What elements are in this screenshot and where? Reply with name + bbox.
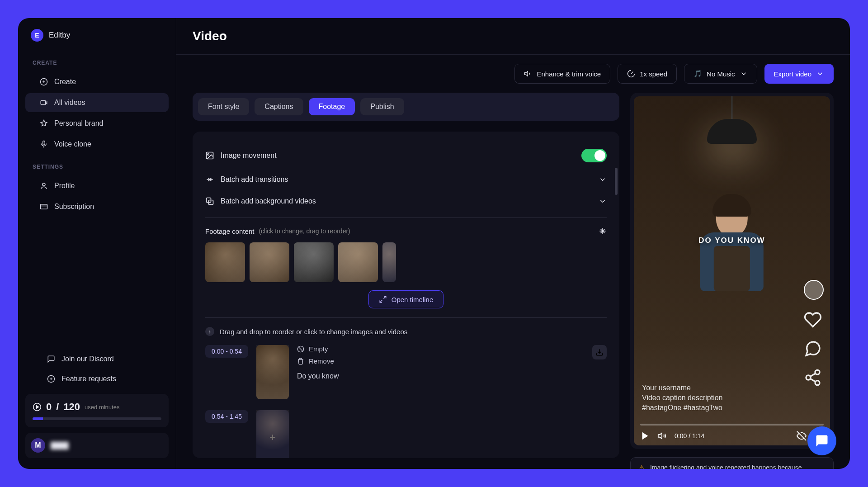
clip-add-button[interactable]: + (256, 410, 289, 458)
download-icon (595, 348, 604, 356)
social-overlay-icons (804, 280, 824, 387)
nav-subscription[interactable]: Subscription (25, 197, 169, 216)
title-hint: (click to change, drag to reorder) (259, 227, 350, 235)
volume-icon[interactable] (657, 431, 667, 441)
svg-point-23 (815, 380, 820, 385)
video-time: 0:00 / 1:14 (675, 432, 704, 440)
clip-row: 0.54 - 1.45 + (205, 410, 607, 458)
footage-thumbnails (205, 242, 607, 282)
heart-icon[interactable] (804, 311, 822, 329)
app-logo: E Editby (18, 29, 176, 51)
warning-text: Image flickering and voice repeated happ… (650, 464, 802, 469)
clip-download-button[interactable] (592, 345, 607, 359)
toolbar: Enhance & trim voice 1x speed 🎵 No Music… (176, 55, 850, 93)
page-title: Video (193, 29, 834, 43)
clip-empty-action[interactable]: Empty (297, 345, 584, 353)
nav-label: Voice clone (54, 140, 91, 148)
button-label: Export video (774, 70, 811, 78)
nav-label: Create (54, 78, 76, 86)
speed-button[interactable]: 1x speed (618, 64, 677, 84)
button-label: Open timeline (392, 296, 434, 303)
svg-rect-3 (41, 101, 46, 105)
nav-all-videos[interactable]: All videos (25, 93, 169, 112)
row-label: Batch add background videos (221, 197, 316, 205)
tab-font-style[interactable]: Font style (198, 98, 249, 115)
transition-icon (205, 175, 214, 184)
clip-time-range: 0.54 - 1.45 (205, 410, 248, 423)
music-emoji-icon: 🎵 (693, 70, 702, 78)
chevron-down-icon (816, 70, 824, 78)
tab-captions[interactable]: Captions (255, 98, 303, 115)
batch-transitions-row[interactable]: Batch add transitions (205, 169, 607, 190)
footage-thumb[interactable] (382, 242, 396, 282)
nav-voice-clone[interactable]: Voice clone (25, 135, 169, 154)
footage-thumb[interactable] (338, 242, 378, 282)
svg-rect-7 (41, 204, 47, 209)
speaker-icon (524, 70, 532, 78)
play-button-icon[interactable] (640, 431, 650, 441)
enhance-voice-button[interactable]: Enhance & trim voice (514, 64, 610, 84)
mic-icon (40, 140, 48, 148)
row-label: Image movement (221, 151, 277, 160)
clip-time-range: 0.00 - 0.54 (205, 345, 248, 358)
usage-suffix: used minutes (85, 404, 119, 411)
svg-line-25 (810, 373, 815, 376)
video-progress[interactable] (640, 424, 824, 426)
nav-personal-brand[interactable]: Personal brand (25, 114, 169, 133)
footage-thumb[interactable] (205, 242, 245, 282)
nav-profile[interactable]: Profile (25, 176, 169, 195)
action-label: Empty (309, 345, 328, 353)
chevron-down-icon (599, 175, 607, 184)
nav-feature-requests[interactable]: Feature requests (33, 369, 161, 388)
play-icon (33, 402, 42, 411)
clip-remove-action[interactable]: Remove (297, 357, 584, 365)
plus-icon (47, 375, 55, 383)
chat-bubble-icon (815, 434, 829, 448)
button-label: Enhance & trim voice (537, 70, 601, 78)
nav-discord[interactable]: Join our Discord (33, 350, 161, 369)
nav-create[interactable]: Create (25, 72, 169, 91)
tab-footage[interactable]: Footage (309, 98, 355, 115)
expand-icon (379, 295, 387, 303)
row-label: Batch add transitions (221, 175, 288, 184)
nav-label: Join our Discord (61, 355, 114, 363)
svg-line-24 (810, 378, 815, 382)
tab-publish[interactable]: Publish (360, 98, 404, 115)
export-video-button[interactable]: Export video (764, 64, 834, 84)
description: Video caption description (642, 394, 723, 402)
video-meta: Your username Video caption description … (642, 384, 723, 414)
video-icon (40, 99, 48, 107)
video-preview-panel: DO YOU KNOW Your username Video caption … (630, 93, 834, 449)
section-settings-label: SETTINGS (18, 155, 176, 175)
open-timeline-button[interactable]: Open timeline (368, 290, 444, 308)
batch-bg-videos-row[interactable]: Batch add background videos (205, 190, 607, 212)
clip-thumbnail[interactable] (256, 345, 289, 399)
scrollbar[interactable] (615, 168, 618, 195)
image-movement-toggle[interactable] (581, 149, 607, 162)
caption-overlay: DO YOU KNOW (698, 236, 765, 245)
comment-icon[interactable] (804, 340, 822, 358)
profile-avatar-icon[interactable] (804, 280, 824, 300)
footage-panel: Image movement Batch add transitions (193, 132, 619, 458)
footage-thumb[interactable] (250, 242, 289, 282)
sidebar: E Editby CREATE Create All videos Person… (18, 18, 176, 469)
editor-tabs: Font style Captions Footage Publish (193, 93, 619, 121)
chat-fab-button[interactable] (807, 426, 836, 455)
eye-off-icon[interactable] (797, 431, 807, 441)
trash-icon (297, 358, 304, 365)
clip-caption-text: Do you know (297, 372, 584, 380)
share-icon[interactable] (804, 369, 822, 387)
usage-used: 0 (46, 401, 52, 413)
button-label: No Music (707, 70, 735, 78)
username: Your username (642, 384, 723, 392)
usage-card: 0 / 120 used minutes (25, 394, 169, 427)
title-text: Footage content (205, 227, 254, 235)
footage-thumb[interactable] (294, 242, 334, 282)
music-button[interactable]: 🎵 No Music (684, 64, 757, 84)
footage-content-title: Footage content (click to change, drag t… (205, 227, 607, 235)
video-frame[interactable]: DO YOU KNOW Your username Video caption … (634, 96, 830, 445)
drag-hint: ↕ Drag and drop to reorder or click to c… (205, 327, 607, 336)
user-card[interactable]: M ████ (25, 433, 169, 458)
nav-label: Feature requests (61, 375, 116, 383)
image-movement-row: Image movement (205, 142, 607, 169)
